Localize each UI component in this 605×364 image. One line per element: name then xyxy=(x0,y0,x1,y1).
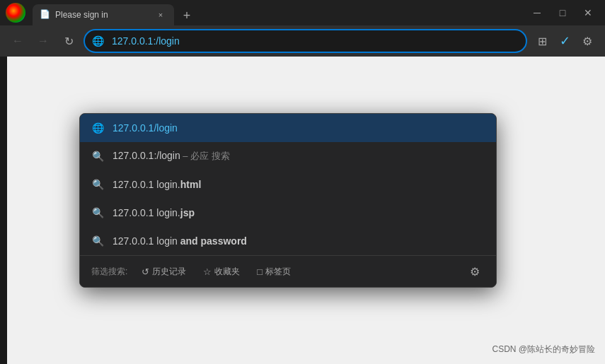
new-tab-button[interactable]: + xyxy=(177,6,197,25)
settings-button[interactable]: ⚙ xyxy=(577,30,598,52)
globe-dropdown-icon: 🌐 xyxy=(91,122,104,134)
dropdown-item-text-search-3: 127.0.0.1 login.jsp xyxy=(113,207,485,218)
favorites-filter-button[interactable]: ☆ 收藏夹 xyxy=(197,263,246,281)
tabs-filter-button[interactable]: □ 标签页 xyxy=(251,263,296,281)
favorites-icon: ☆ xyxy=(203,266,212,277)
history-icon: ↺ xyxy=(142,266,149,277)
navigation-bar: ← → ↻ 🌐 127.0.0.1:/login ⊞ ✓ ⚙ xyxy=(0,25,605,57)
dropdown-item-search-2[interactable]: 🔍 127.0.0.1 login.html xyxy=(80,170,496,199)
watermark-text: CSDN @陈站长的奇妙冒险 xyxy=(492,344,595,356)
maximize-button[interactable]: □ xyxy=(551,3,574,23)
tab-favicon-icon: 📄 xyxy=(40,9,51,20)
search-dropdown-icon-3: 🔍 xyxy=(91,206,104,219)
close-window-button[interactable]: ✕ xyxy=(577,3,599,23)
dropdown-item-text-url: 127.0.0.1/login xyxy=(113,122,485,134)
nav-right-icons: ⊞ ✓ ⚙ xyxy=(531,30,598,52)
tab-close-button[interactable]: × xyxy=(154,8,167,21)
forward-icon: → xyxy=(38,35,49,47)
search-dropdown-icon-2: 🔍 xyxy=(91,178,104,191)
address-dropdown: 🌐 127.0.0.1/login 🔍 127.0.0.1:/login – 必… xyxy=(79,113,497,288)
minimize-button[interactable]: ─ xyxy=(526,3,548,23)
main-content: 🌐 127.0.0.1/login 🔍 127.0.0.1:/login – 必… xyxy=(0,57,605,364)
title-bar-controls: ─ □ ✕ xyxy=(526,3,605,23)
refresh-button[interactable]: ↻ xyxy=(58,30,79,52)
forward-button[interactable]: → xyxy=(33,30,54,52)
back-button[interactable]: ← xyxy=(7,30,28,52)
title-bar-left xyxy=(0,3,30,23)
reader-mode-icon: ⊞ xyxy=(538,35,547,48)
filter-label: 筛选搜索: xyxy=(91,266,127,278)
dropdown-item-search-4[interactable]: 🔍 127.0.0.1 login and password xyxy=(80,227,496,255)
active-tab[interactable]: 📄 Please sign in × xyxy=(33,4,174,25)
globe-icon: 🌐 xyxy=(92,35,104,47)
dropdown-footer: 筛选搜索: ↺ 历史记录 ☆ 收藏夹 □ 标签页 ⚙ xyxy=(80,255,496,287)
title-bar: 📄 Please sign in × + ─ □ ✕ xyxy=(0,0,605,25)
dropdown-item-text-search-4: 127.0.0.1 login and password xyxy=(113,235,485,247)
settings-icon: ⚙ xyxy=(582,35,592,48)
address-bar[interactable]: 127.0.0.1:/login xyxy=(83,29,527,53)
dropdown-item-url[interactable]: 🌐 127.0.0.1/login xyxy=(80,114,496,142)
address-bar-wrapper: 🌐 127.0.0.1:/login xyxy=(83,29,527,53)
dropdown-item-text-search-2: 127.0.0.1 login.html xyxy=(113,179,485,190)
tabs-icon: □ xyxy=(257,266,263,277)
tabs-label: 标签页 xyxy=(265,266,291,278)
history-filter-button[interactable]: ↺ 历史记录 xyxy=(136,263,192,281)
search-dropdown-icon-4: 🔍 xyxy=(91,235,104,247)
collections-button[interactable]: ✓ xyxy=(554,30,575,52)
dropdown-item-search-1[interactable]: 🔍 127.0.0.1:/login – 必应 搜索 xyxy=(80,142,496,170)
reader-mode-button[interactable]: ⊞ xyxy=(531,30,553,52)
dropdown-settings-button[interactable]: ⚙ xyxy=(465,262,485,281)
search-dropdown-icon-1: 🔍 xyxy=(91,150,104,163)
favorites-label: 收藏夹 xyxy=(214,266,240,278)
tab-title: Please sign in xyxy=(55,10,150,20)
back-icon: ← xyxy=(12,35,23,47)
tabs-area: 📄 Please sign in × + xyxy=(30,0,526,25)
dropdown-item-text-search-1: 127.0.0.1:/login – 必应 搜索 xyxy=(113,150,485,163)
dropdown-item-search-3[interactable]: 🔍 127.0.0.1 login.jsp xyxy=(80,199,496,227)
dropdown-settings-icon: ⚙ xyxy=(470,265,480,278)
history-label: 历史记录 xyxy=(152,266,186,278)
refresh-icon: ↻ xyxy=(64,35,74,48)
collections-icon: ✓ xyxy=(560,33,570,49)
sidebar-strip xyxy=(0,57,7,364)
browser-logo-icon xyxy=(6,3,25,23)
